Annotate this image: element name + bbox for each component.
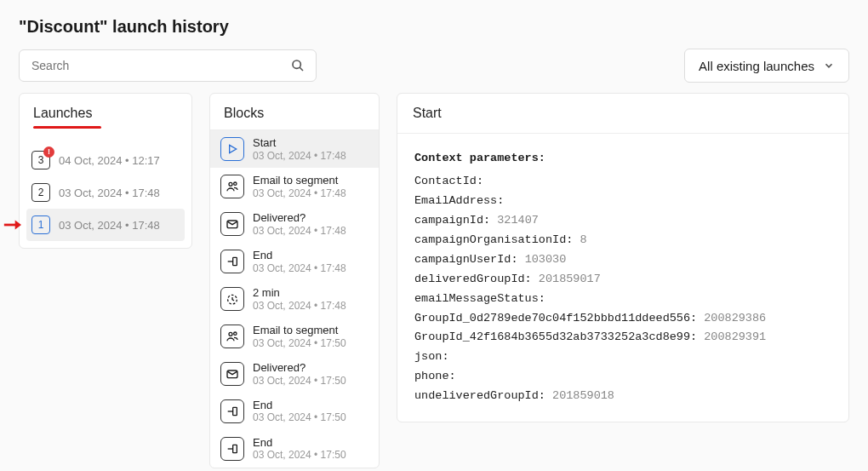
chevron-down-icon	[823, 60, 835, 72]
block-title: End	[253, 249, 346, 262]
param-value: 201859017	[539, 273, 601, 285]
svg-point-11	[229, 332, 232, 336]
block-timestamp: 03 Oct, 2024 • 17:48	[253, 187, 346, 199]
svg-marker-4	[230, 145, 237, 152]
context-param: GroupId_42f1684b3655d32ab3733252a3cd8e99…	[414, 328, 831, 348]
param-key: deliveredGroupId:	[414, 273, 532, 285]
end-icon	[220, 437, 244, 461]
alert-icon: !	[43, 146, 54, 158]
block-timestamp: 03 Oct, 2024 • 17:50	[253, 411, 346, 423]
param-key: campaignUserId:	[414, 253, 518, 266]
block-row[interactable]: Start03 Oct, 2024 • 17:48	[210, 130, 379, 168]
detail-panel-title: Start	[413, 106, 833, 121]
block-row[interactable]: Delivered?03 Oct, 2024 • 17:48	[210, 205, 379, 243]
context-param: undeliveredGroupId: 201859018	[414, 387, 831, 406]
block-title: 2 min	[253, 286, 346, 300]
block-title: End	[253, 399, 346, 412]
play-icon	[220, 137, 244, 161]
param-key: emailMessageStatus:	[414, 292, 545, 305]
svg-rect-8	[233, 257, 237, 265]
launches-panel: Launches 3!04 Oct, 2024 • 12:17203 Oct, …	[19, 93, 192, 249]
launch-row[interactable]: 3!04 Oct, 2024 • 12:17	[26, 144, 185, 176]
context-param: GroupId_0d2789ede70c04f152bbbd11ddeed556…	[414, 309, 831, 329]
block-row[interactable]: End03 Oct, 2024 • 17:50	[210, 393, 379, 430]
context-param: campaignId: 321407	[414, 211, 831, 231]
end-icon	[220, 399, 244, 423]
search-container	[19, 49, 317, 82]
block-timestamp: 03 Oct, 2024 • 17:50	[253, 449, 346, 461]
context-param: emailMessageStatus:	[414, 290, 831, 309]
svg-line-1	[300, 67, 303, 71]
block-timestamp: 03 Oct, 2024 • 17:48	[253, 300, 346, 312]
context-param: json:	[414, 348, 831, 367]
block-title: Delivered?	[253, 361, 346, 375]
context-param: campaignUserId: 103030	[414, 250, 831, 270]
block-timestamp: 03 Oct, 2024 • 17:50	[253, 375, 346, 387]
svg-point-5	[229, 182, 232, 186]
param-key: EmailAddress:	[414, 194, 504, 207]
launch-number-badge: 3!	[31, 151, 50, 169]
block-title: Email to segment	[253, 174, 346, 187]
block-row[interactable]: Email to segment03 Oct, 2024 • 17:48	[210, 168, 379, 205]
launch-timestamp: 03 Oct, 2024 • 17:48	[59, 187, 160, 199]
svg-point-12	[234, 332, 237, 335]
param-value: 8	[580, 233, 586, 246]
launch-timestamp: 03 Oct, 2024 • 17:48	[59, 219, 160, 232]
launch-number-badge: 2	[31, 183, 50, 202]
users-icon	[220, 325, 244, 348]
end-icon	[220, 250, 244, 273]
param-value: 201859018	[552, 389, 614, 402]
blocks-panel: Blocks Start03 Oct, 2024 • 17:48Email to…	[209, 93, 380, 468]
launch-row[interactable]: 103 Oct, 2024 • 17:48	[26, 209, 185, 241]
mail-icon	[220, 362, 244, 386]
block-title: End	[253, 436, 346, 450]
users-icon	[220, 175, 244, 198]
param-key: campaignId:	[414, 214, 490, 227]
context-params-heading: Context parameters:	[414, 149, 831, 169]
param-key: ContactId:	[414, 175, 483, 187]
block-title: Email to segment	[253, 324, 346, 337]
svg-rect-14	[233, 407, 237, 415]
block-timestamp: 03 Oct, 2024 • 17:48	[253, 225, 346, 237]
svg-point-0	[293, 60, 300, 68]
launches-filter-dropdown[interactable]: All existing launches	[684, 49, 849, 83]
context-param: phone:	[414, 367, 831, 387]
block-row[interactable]: Delivered?03 Oct, 2024 • 17:50	[210, 355, 379, 393]
launch-number-badge: 1	[31, 215, 50, 234]
block-row[interactable]: 2 min03 Oct, 2024 • 17:48	[210, 280, 379, 318]
svg-marker-3	[15, 221, 21, 230]
block-timestamp: 03 Oct, 2024 • 17:50	[253, 337, 346, 349]
launches-title-underline	[33, 126, 101, 129]
block-row[interactable]: Email to segment03 Oct, 2024 • 17:50	[210, 318, 379, 355]
param-key: GroupId_0d2789ede70c04f152bbbd11ddeed556…	[414, 312, 697, 325]
search-icon	[291, 59, 305, 72]
detail-panel: Start Context parameters: ContactId:Emai…	[397, 93, 849, 422]
block-timestamp: 03 Oct, 2024 • 17:48	[253, 150, 346, 162]
search-input[interactable]	[19, 49, 317, 82]
param-key: GroupId_42f1684b3655d32ab3733252a3cd8e99…	[414, 330, 697, 343]
dropdown-label: All existing launches	[699, 59, 814, 73]
svg-point-6	[234, 182, 237, 185]
param-value: 321407	[497, 214, 539, 227]
param-value: 200829386	[704, 312, 766, 325]
context-param: EmailAddress:	[414, 192, 831, 211]
timer-icon	[220, 287, 244, 311]
param-key: json:	[414, 350, 449, 363]
context-param: deliveredGroupId: 201859017	[414, 270, 831, 290]
param-value: 103030	[525, 253, 567, 266]
context-param: ContactId:	[414, 172, 831, 192]
page-title: "Discount" launch history	[19, 17, 849, 37]
launch-row[interactable]: 203 Oct, 2024 • 17:48	[26, 176, 185, 209]
arrow-marker-icon	[3, 219, 21, 231]
block-row[interactable]: End03 Oct, 2024 • 17:48	[210, 243, 379, 280]
block-row[interactable]: End03 Oct, 2024 • 17:50	[210, 430, 379, 468]
param-key: phone:	[414, 370, 456, 382]
launches-panel-title: Launches	[33, 106, 178, 121]
block-title: Delivered?	[253, 211, 346, 225]
launch-timestamp: 04 Oct, 2024 • 12:17	[59, 154, 160, 167]
block-title: Start	[253, 136, 346, 150]
svg-rect-16	[233, 445, 237, 452]
param-key: campaignOrganisationId:	[414, 233, 573, 246]
blocks-panel-title: Blocks	[224, 106, 365, 121]
block-timestamp: 03 Oct, 2024 • 17:48	[253, 262, 346, 274]
